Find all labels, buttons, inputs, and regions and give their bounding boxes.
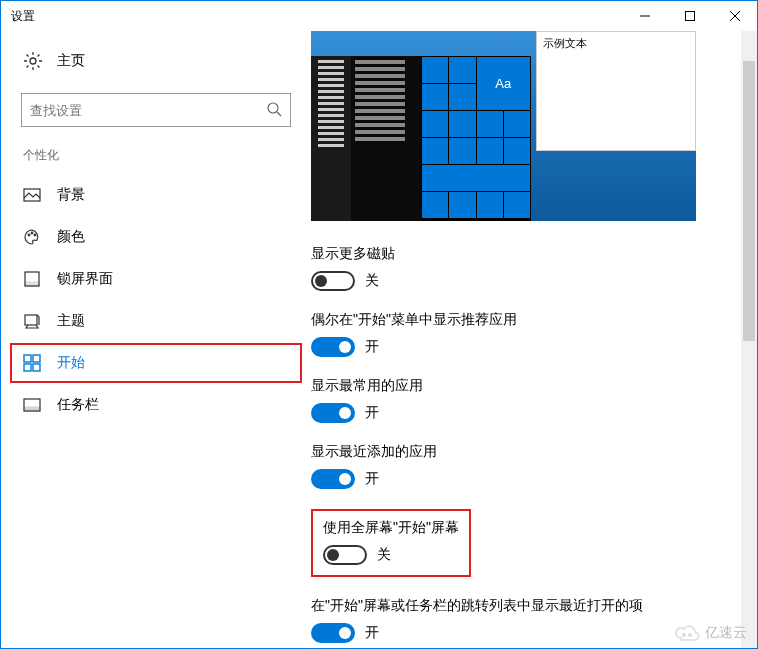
sidebar-item-lockscreen[interactable]: 锁屏界面 (11, 260, 301, 298)
window-controls (622, 1, 757, 31)
setting-label: 使用全屏幕"开始"屏幕 (323, 519, 459, 537)
home-link[interactable]: 主页 (11, 41, 301, 81)
toggle-state-text: 关 (377, 546, 391, 564)
svg-rect-13 (25, 315, 37, 325)
sidebar-item-label: 主题 (57, 312, 85, 330)
preview-popup-text: 示例文本 (543, 37, 587, 49)
sidebar-item-label: 任务栏 (57, 396, 99, 414)
scrollbar[interactable] (741, 31, 757, 648)
setting-label: 在"开始"屏幕或任务栏的跳转列表中显示最近打开的项 (311, 597, 737, 615)
search-icon (266, 101, 282, 120)
preview-tiles: Aa (421, 56, 531, 221)
preview-menulist (351, 56, 421, 221)
toggle-more-tiles[interactable] (311, 271, 355, 291)
svg-line-6 (277, 112, 281, 116)
sidebar-item-start[interactable]: 开始 (11, 344, 301, 382)
lockscreen-icon (23, 270, 41, 288)
cloud-icon (673, 624, 701, 642)
sidebar-item-themes[interactable]: 主题 (11, 302, 301, 340)
setting-more-tiles: 显示更多磁贴 关 (311, 245, 737, 291)
theme-icon (23, 312, 41, 330)
maximize-icon (685, 11, 695, 21)
main-panel: 示例文本 Aa (311, 31, 757, 648)
preview-taskbar (311, 56, 351, 221)
toggle-state-text: 开 (365, 624, 379, 642)
svg-rect-16 (24, 364, 31, 371)
start-icon (23, 354, 41, 372)
setting-label: 偶尔在"开始"菜单中显示推荐应用 (311, 311, 737, 329)
gear-icon (23, 51, 43, 71)
preview-tile-aa: Aa (477, 57, 531, 110)
toggle-most-used[interactable] (311, 403, 355, 423)
scrollbar-thumb[interactable] (743, 61, 755, 341)
svg-rect-19 (24, 407, 40, 411)
toggle-suggestions[interactable] (311, 337, 355, 357)
close-icon (730, 11, 740, 21)
toggle-jumplist-recent[interactable] (311, 623, 355, 643)
watermark-text: 亿速云 (705, 624, 747, 642)
picture-icon (23, 186, 41, 204)
setting-label: 显示最常用的应用 (311, 377, 737, 395)
category-label: 个性化 (11, 141, 301, 174)
toggle-fullscreen-start[interactable] (323, 545, 367, 565)
home-label: 主页 (57, 52, 85, 70)
svg-point-5 (268, 103, 278, 113)
svg-point-4 (30, 58, 36, 64)
setting-fullscreen-start: 使用全屏幕"开始"屏幕 关 (311, 509, 737, 577)
toggle-recently-added[interactable] (311, 469, 355, 489)
sidebar-item-label: 背景 (57, 186, 85, 204)
toggle-state-text: 开 (365, 470, 379, 488)
toggle-state-text: 关 (365, 272, 379, 290)
settings-window: 设置 主页 (0, 0, 758, 649)
titlebar: 设置 (1, 1, 757, 31)
sidebar: 主页 个性化 背景 颜色 锁屏界面 (1, 31, 311, 648)
toggle-state-text: 开 (365, 404, 379, 422)
setting-most-used: 显示最常用的应用 开 (311, 377, 737, 423)
palette-icon (23, 228, 41, 246)
sidebar-item-label: 开始 (57, 354, 85, 372)
svg-rect-15 (33, 355, 40, 362)
svg-rect-14 (24, 355, 31, 362)
setting-label: 显示最近添加的应用 (311, 443, 737, 461)
window-title: 设置 (11, 8, 35, 25)
taskbar-icon (23, 396, 41, 414)
minimize-button[interactable] (622, 1, 667, 31)
preview-popup: 示例文本 (536, 31, 696, 151)
search-box[interactable] (21, 93, 291, 127)
svg-rect-1 (685, 12, 694, 21)
sidebar-item-label: 锁屏界面 (57, 270, 113, 288)
setting-suggestions: 偶尔在"开始"菜单中显示推荐应用 开 (311, 311, 737, 357)
search-input[interactable] (30, 103, 266, 118)
highlight-box: 使用全屏幕"开始"屏幕 关 (311, 509, 471, 577)
svg-rect-12 (25, 282, 39, 286)
toggle-state-text: 开 (365, 338, 379, 356)
watermark: 亿速云 (673, 624, 747, 642)
start-preview: 示例文本 Aa (311, 31, 696, 221)
close-button[interactable] (712, 1, 757, 31)
svg-point-9 (31, 232, 33, 234)
setting-recently-added: 显示最近添加的应用 开 (311, 443, 737, 489)
sidebar-item-taskbar[interactable]: 任务栏 (11, 386, 301, 424)
svg-point-10 (34, 234, 36, 236)
minimize-icon (640, 11, 650, 21)
svg-rect-17 (33, 364, 40, 371)
svg-point-8 (28, 234, 30, 236)
sidebar-item-background[interactable]: 背景 (11, 176, 301, 214)
sidebar-item-colors[interactable]: 颜色 (11, 218, 301, 256)
setting-label: 显示更多磁贴 (311, 245, 737, 263)
maximize-button[interactable] (667, 1, 712, 31)
sidebar-item-label: 颜色 (57, 228, 85, 246)
svg-point-20 (683, 634, 685, 636)
svg-point-21 (689, 634, 691, 636)
